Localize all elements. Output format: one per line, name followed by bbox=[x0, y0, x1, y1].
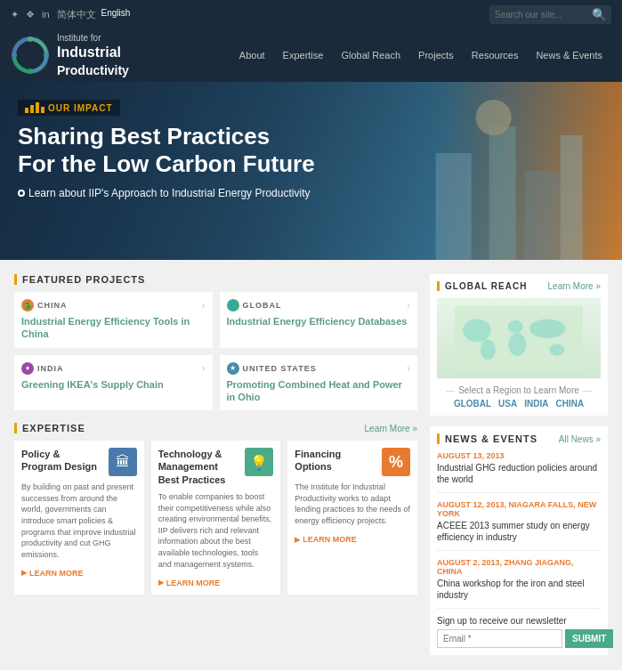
region-global[interactable]: GLOBAL bbox=[454, 399, 491, 409]
svg-point-4 bbox=[12, 53, 17, 58]
search-button[interactable]: 🔍 bbox=[587, 5, 611, 24]
twitter-icon[interactable]: ✦ bbox=[11, 9, 19, 20]
news-title: NEWS & EVENTS bbox=[437, 433, 537, 444]
svg-point-11 bbox=[463, 319, 491, 342]
hero-content: OUR IMPACT Sharing Best Practices For th… bbox=[18, 100, 315, 199]
logo[interactable]: Institute for Industrial Productivity bbox=[11, 32, 129, 78]
project-region-india: ♦ INDIA bbox=[21, 362, 206, 375]
expertise-tech-title: Technology & Management Best Practices bbox=[158, 448, 246, 486]
news-events-section: NEWS & EVENTS All News » AUGUST 13, 2013… bbox=[430, 426, 608, 655]
region-india[interactable]: INDIA bbox=[524, 399, 548, 409]
region-select-label: Select a Region to Learn More bbox=[437, 385, 601, 395]
hero-title: Sharing Best Practices For the Low Carbo… bbox=[18, 123, 315, 178]
logo-icon bbox=[11, 36, 50, 75]
nav-global-reach[interactable]: Global Reach bbox=[332, 45, 409, 66]
chinese-lang[interactable]: 简体中文 bbox=[57, 8, 96, 21]
svg-point-1 bbox=[28, 36, 33, 42]
news-text-1[interactable]: Industrial GHG reduction policies around… bbox=[437, 462, 601, 485]
project-card-global[interactable]: 🌐 GLOBAL Industrial Energy Efficiency Da… bbox=[220, 292, 418, 348]
lang-links: 简体中文 English bbox=[57, 8, 131, 21]
project-title-us[interactable]: Promoting Combined Heat and Power in Ohi… bbox=[227, 378, 411, 404]
learn-more-arrow-2: ▶ bbox=[158, 579, 164, 587]
project-title-india[interactable]: Greening IKEA's Supply Chain bbox=[21, 378, 206, 391]
main-content: FEATURED PROJECTS 🐉 CHINA Industrial Ene… bbox=[0, 260, 622, 669]
svg-point-16 bbox=[550, 344, 565, 355]
global-reach-learn-more[interactable]: Learn More » bbox=[548, 281, 601, 291]
nav-expertise[interactable]: Expertise bbox=[274, 45, 333, 66]
top-bar: ✦ ❖ in 简体中文 English 🔍 bbox=[0, 0, 622, 28]
svg-rect-6 bbox=[489, 126, 515, 260]
project-card-china[interactable]: 🐉 CHINA Industrial Energy Efficiency Too… bbox=[14, 292, 213, 348]
project-region-global: 🌐 GLOBAL bbox=[227, 299, 411, 312]
global-reach-section: GLOBAL REACH Learn More » bbox=[430, 274, 608, 416]
expertise-tech-desc: To enable companies to boost their compe… bbox=[158, 491, 274, 570]
svg-point-12 bbox=[481, 339, 496, 360]
world-map-svg bbox=[445, 306, 593, 370]
region-china[interactable]: CHINA bbox=[555, 399, 584, 409]
svg-point-2 bbox=[44, 53, 49, 58]
tech-icon: 💡 bbox=[245, 448, 273, 476]
news-item-3: AUGUST 2, 2013, ZHANG JIAGANG, CHINA Chi… bbox=[437, 558, 601, 609]
nav-about[interactable]: About bbox=[230, 45, 274, 66]
impact-bars-icon bbox=[25, 102, 44, 113]
svg-point-14 bbox=[508, 333, 526, 356]
finance-icon: % bbox=[382, 448, 410, 476]
project-arrow-3: › bbox=[202, 362, 206, 375]
policy-learn-more-btn[interactable]: ▶ LEARN MORE bbox=[21, 569, 84, 578]
project-title-china[interactable]: Industrial Energy Efficiency Tools in Ch… bbox=[21, 315, 206, 341]
english-lang[interactable]: English bbox=[101, 8, 131, 21]
nav-news-events[interactable]: News & Events bbox=[527, 45, 611, 66]
expertise-policy: Policy & Program Design 🏛 By building on… bbox=[14, 441, 144, 595]
projects-grid: 🐉 CHINA Industrial Energy Efficiency Too… bbox=[14, 292, 417, 410]
share-icon[interactable]: ❖ bbox=[26, 9, 35, 20]
project-arrow-4: › bbox=[407, 362, 410, 375]
news-item-1: AUGUST 13, 2013 Industrial GHG reduction… bbox=[437, 451, 601, 493]
hero-subtitle[interactable]: Learn about IIP's Approach to Industrial… bbox=[18, 187, 315, 199]
project-card-us[interactable]: ★ UNITED STATES Promoting Combined Heat … bbox=[220, 355, 418, 411]
search-input[interactable] bbox=[489, 7, 587, 22]
news-text-3[interactable]: China workshop for the iron and steel in… bbox=[437, 578, 601, 601]
expertise-policy-header: Policy & Program Design 🏛 bbox=[21, 448, 137, 476]
logo-text: Institute for Industrial Productivity bbox=[57, 32, 129, 78]
project-arrow: › bbox=[202, 299, 206, 312]
expertise-financing: Financing Options % The Institute for In… bbox=[287, 441, 417, 595]
right-column: GLOBAL REACH Learn More » bbox=[430, 274, 608, 655]
nav-resources[interactable]: Resources bbox=[463, 45, 528, 66]
region-links: GLOBAL USA INDIA CHINA bbox=[437, 399, 601, 409]
project-arrow-2: › bbox=[407, 299, 410, 312]
expertise-section: EXPERTISE Learn More » Policy & Program … bbox=[14, 423, 417, 595]
china-icon: 🐉 bbox=[21, 299, 34, 312]
policy-icon: 🏛 bbox=[109, 448, 137, 476]
newsletter-form: SUBMIT bbox=[437, 629, 601, 648]
project-title-global[interactable]: Industrial Energy Efficiency Databases bbox=[227, 315, 411, 328]
subtitle-dot bbox=[18, 190, 25, 197]
news-header: NEWS & EVENTS All News » bbox=[437, 433, 601, 444]
svg-point-15 bbox=[529, 319, 565, 338]
featured-projects-header: FEATURED PROJECTS bbox=[14, 274, 417, 285]
tech-learn-more-btn[interactable]: ▶ LEARN MORE bbox=[158, 579, 221, 587]
expertise-technology: Technology & Management Best Practices 💡… bbox=[151, 441, 281, 595]
news-date-3: AUGUST 2, 2013, ZHANG JIAGANG, CHINA bbox=[437, 558, 601, 576]
expertise-policy-title: Policy & Program Design bbox=[21, 448, 109, 474]
expertise-title: EXPERTISE bbox=[14, 423, 85, 433]
nav-projects[interactable]: Projects bbox=[409, 45, 463, 66]
all-news-link[interactable]: All News » bbox=[559, 434, 601, 444]
news-text-2[interactable]: ACEEE 2013 summer study on energy effici… bbox=[437, 520, 601, 543]
newsletter-submit-button[interactable]: SUBMIT bbox=[565, 629, 613, 648]
svg-point-3 bbox=[28, 69, 33, 74]
search-bar: 🔍 bbox=[489, 5, 611, 24]
our-impact-label: OUR IMPACT bbox=[48, 103, 113, 113]
linkedin-icon[interactable]: in bbox=[42, 9, 50, 20]
newsletter-signup: Sign up to receive our newsletter SUBMIT bbox=[437, 616, 601, 648]
region-usa[interactable]: USA bbox=[498, 399, 517, 409]
svg-point-13 bbox=[508, 320, 523, 333]
india-icon: ♦ bbox=[21, 362, 34, 375]
expertise-learn-more[interactable]: Learn More » bbox=[365, 424, 417, 433]
expertise-finance-desc: The Institute for Industrial Productivit… bbox=[295, 482, 410, 526]
newsletter-email-input[interactable] bbox=[437, 629, 562, 648]
finance-learn-more-btn[interactable]: ▶ LEARN MORE bbox=[295, 535, 357, 544]
news-date-2: AUGUST 12, 2013, NIAGARA FALLS, NEW YORK bbox=[437, 500, 601, 518]
expertise-finance-title: Financing Options bbox=[295, 448, 382, 474]
project-card-india[interactable]: ♦ INDIA Greening IKEA's Supply Chain › bbox=[14, 355, 213, 411]
site-header: Institute for Industrial Productivity Ab… bbox=[0, 28, 622, 82]
